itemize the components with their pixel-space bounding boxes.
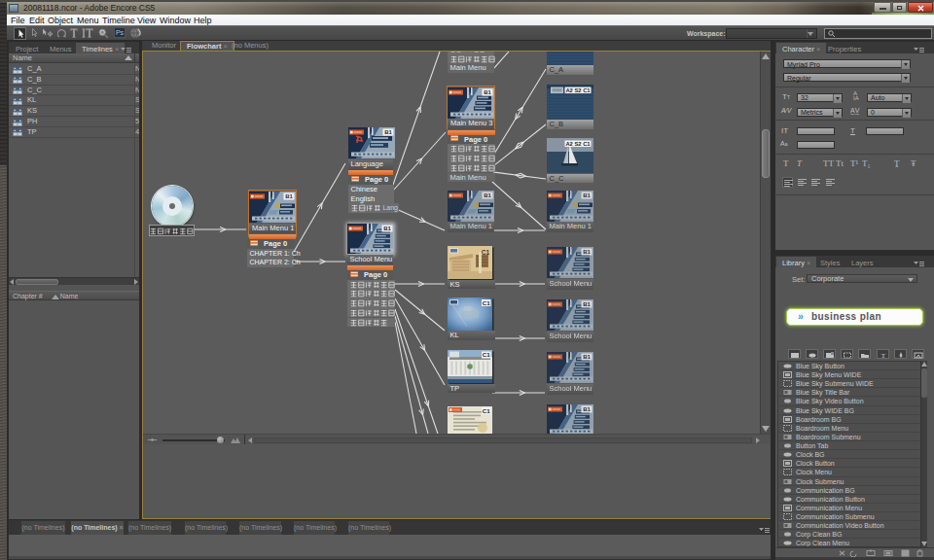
- svg-text:C1: C1: [481, 249, 489, 256]
- svg-text:A2 S2 C1: A2 S2 C1: [565, 88, 591, 93]
- svg-text:B1: B1: [484, 89, 491, 95]
- svg-text:C1: C1: [482, 298, 489, 305]
- svg-text:A2 S2 C1: A2 S2 C1: [565, 141, 591, 147]
- svg-text:B1: B1: [583, 192, 591, 198]
- svg-text:T: T: [880, 352, 885, 359]
- svg-text:C1: C1: [482, 351, 489, 358]
- svg-text:C1: C1: [482, 406, 489, 413]
- svg-text:B1: B1: [583, 249, 591, 255]
- svg-text:B1: B1: [383, 226, 391, 231]
- svg-text:B1: B1: [285, 193, 293, 199]
- svg-text:B1: B1: [384, 129, 392, 135]
- svg-text:B1: B1: [484, 192, 491, 198]
- svg-text:B1: B1: [583, 406, 591, 412]
- svg-text:B1: B1: [583, 301, 591, 307]
- svg-text:B1: B1: [583, 354, 591, 360]
